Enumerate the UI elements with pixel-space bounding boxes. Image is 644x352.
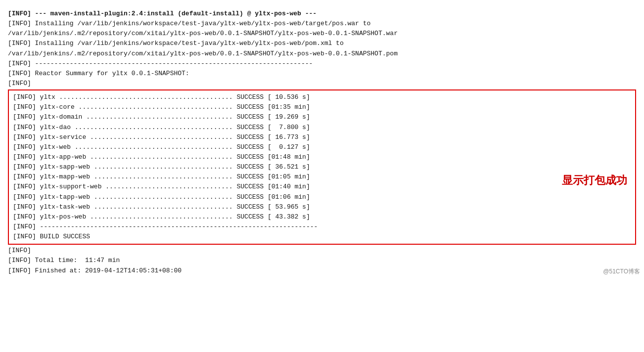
header-lines: [INFO] --- maven-install-plugin:2.4:inst… <box>8 9 636 88</box>
red-box: [INFO] yltx ............................… <box>8 89 636 245</box>
boxed-line-7: [INFO] yltx-sapp-web ...................… <box>13 162 631 172</box>
boxed-line-1: [INFO] yltx-core .......................… <box>13 102 631 112</box>
boxed-line-13: [INFO] ---------------------------------… <box>13 222 631 232</box>
boxed-line-11: [INFO] yltx-task-web ...................… <box>13 202 631 212</box>
sidebar-annotation: 显示打包成功 <box>555 173 634 188</box>
footer-line-0: [INFO] <box>8 246 636 256</box>
boxed-line-12: [INFO] yltx-pos-web ....................… <box>13 212 631 222</box>
footer-line-1: [INFO] Total time: 11:47 min <box>8 256 636 265</box>
annotation-text: 显示打包成功 <box>562 173 627 188</box>
boxed-line-3: [INFO] yltx-dao ........................… <box>13 123 631 132</box>
boxed-line-14: [INFO] BUILD SUCCESS <box>13 232 631 242</box>
log-area: [INFO] --- maven-install-plugin:2.4:inst… <box>0 5 644 280</box>
boxed-line-9: [INFO] yltx-support-web ................… <box>13 182 631 192</box>
header-line-1: [INFO] Installing /var/lib/jenkins/works… <box>8 19 636 29</box>
page-container: [INFO] --- maven-install-plugin:2.4:inst… <box>0 5 644 280</box>
footer-lines: [INFO][INFO] Total time: 11:47 min[INFO]… <box>8 246 636 275</box>
watermark: @51CTO博客 <box>603 267 640 276</box>
header-line-4: /var/lib/jenkins/.m2/repository/com/xita… <box>8 49 636 59</box>
boxed-line-5: [INFO] yltx-web ........................… <box>13 142 631 152</box>
boxed-line-0: [INFO] yltx ............................… <box>13 92 631 102</box>
header-line-0: [INFO] --- maven-install-plugin:2.4:inst… <box>8 9 636 19</box>
header-line-2: /var/lib/jenkins/.m2/repository/com/xita… <box>8 29 636 39</box>
header-line-3: [INFO] Installing /var/lib/jenkins/works… <box>8 39 636 48</box>
boxed-line-6: [INFO] yltx-app-web ....................… <box>13 152 631 162</box>
header-line-7: [INFO] <box>8 79 636 88</box>
boxed-line-8: [INFO] yltx-mapp-web ...................… <box>13 172 631 182</box>
footer-line-2: [INFO] Finished at: 2019-04-12T14:05:31+… <box>8 266 636 276</box>
header-line-6: [INFO] Reactor Summary for yltx 0.0.1-SN… <box>8 69 636 79</box>
header-line-5: [INFO] ---------------------------------… <box>8 59 636 69</box>
boxed-line-2: [INFO] yltx-domain .....................… <box>13 112 631 122</box>
boxed-line-10: [INFO] yltx-tapp-web ...................… <box>13 192 631 202</box>
boxed-line-4: [INFO] yltx-service ....................… <box>13 132 631 142</box>
